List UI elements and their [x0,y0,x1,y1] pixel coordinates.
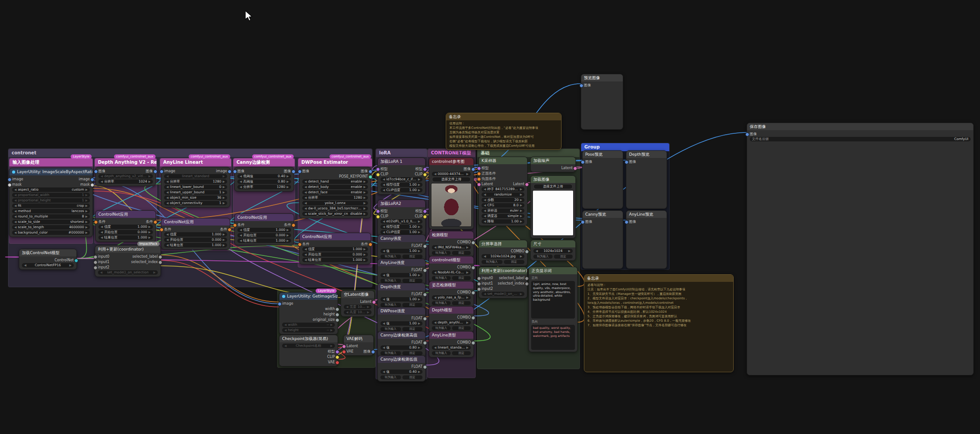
widget-row[interactable]: ◀scale_to_sideshortest▶ [12,220,90,224]
output-slot-dot[interactable] [153,220,157,224]
subgroup-input-image-title[interactable]: 输入图像处理 [9,158,93,166]
combo-widget[interactable]: ◀randomize▶ [482,192,524,197]
output-slot-dot[interactable] [158,255,162,259]
load-noise-node-title[interactable]: 加载噪声 [531,157,575,164]
cn-apply-anyline[interactable]: ControlNet应用条件条件◀强度1.000▶◀开始位置0.000▶◀结束位… [161,218,230,250]
widget-row[interactable]: ◀宽度1024▶ [344,305,372,309]
widget-row[interactable]: ◀低阈值0.40▶ [237,174,291,179]
widget-row[interactable]: ◀结束位置1.000▶ [98,235,153,240]
resolution-select-node[interactable]: 分辨率选择COMBO◀1024x1024.jpg▶转为输入固定 [478,240,528,266]
depth-strength-node-title[interactable]: Depth强度 [378,283,425,290]
memo-note-bottom-title[interactable]: 备忘录 [584,275,733,282]
convert-to-input-button[interactable]: 转为输入 [482,260,503,264]
widget-row[interactable]: ◀round_to_multiple8▶ [12,214,90,219]
combo-widget[interactable]: ◀ControlNetFP16▶ [22,263,74,268]
convert-to-input-button[interactable]: 转为输入 [380,375,401,379]
fixed-toggle[interactable]: 固定 [504,260,525,264]
widget-row[interactable]: ◀模型强度1.00▶ [380,225,422,229]
widget-row[interactable]: ◀分辨率1024▶ [98,179,153,184]
convert-to-input-button[interactable]: 转为输入 [380,255,401,259]
widget-row[interactable]: ◀background_color#000000▶ [12,230,90,235]
convert-to-input-button[interactable]: 转为输入 [432,276,451,280]
input-slot-dot[interactable] [477,172,481,176]
fixed-toggle[interactable]: 固定 [402,255,423,259]
upload-button[interactable]: 选择文件上传 [533,184,573,189]
output-slot-dot[interactable] [335,361,339,365]
anyline-type-node[interactable]: AnyLine类型COMBO◀lineart_standard▶转为输入固定 [429,331,474,357]
anyline-node[interactable]: imageimage◀lineart_standard▶◀分辨率1280▶◀li… [161,167,230,208]
input-slot-dot[interactable] [298,243,302,247]
output-slot-dot[interactable] [90,178,94,182]
depth-preview-node-title[interactable]: Depth预览 [626,151,667,158]
output-slot-dot[interactable] [423,293,427,297]
save-image-node[interactable]: 保存图像图像文件名前缀ComfyUI [747,123,974,375]
input-slot-dot[interactable] [233,223,237,227]
fixed-toggle[interactable]: 固定 [554,255,573,259]
combo-widget[interactable]: ◀IMd_NSFW4katliko...▶ [432,245,471,250]
widget-row[interactable]: ◀强度1.000▶ [164,232,227,237]
canny-node[interactable]: 图像图像◀低阈值0.40▶◀高阈值0.80▶◀分辨率1280▶ [234,167,294,191]
checkpoint-loader-node[interactable]: Checkpoint加载器(简易)◀Checkpoint名称▶模型CLIPVAE [279,335,338,366]
widget-row[interactable]: ◀object_min_size36▶ [164,196,227,200]
combo-widget[interactable]: ◀depth_anything_v2_vitl.pth▶ [98,174,153,179]
input-slot-dot[interactable] [581,160,585,164]
preview-image-node[interactable]: 预览图像图像 [581,74,623,130]
output-slot-dot[interactable] [525,250,529,254]
output-slot-dot[interactable] [471,291,475,295]
output-slot-dot[interactable] [335,350,339,354]
convert-to-input-button[interactable]: 转为输入 [380,303,401,307]
canny-preview-node[interactable]: Canny预览图像 [582,210,623,269]
widget-row[interactable]: ◀分辨率1280▶ [237,185,291,189]
anyline-type-node-title[interactable]: AnyLine类型 [429,332,473,339]
widget-row[interactable]: ◀proportional_width1▶ [12,193,90,197]
save-image-node-title[interactable]: 保存图像 [747,123,973,130]
preview-image-node-title[interactable]: 预览图像 [581,74,623,81]
widget-row[interactable]: ◀调度器simple▶ [482,214,524,218]
depth-anything-node[interactable]: 图像图像◀depth_anything_v2_vitl.pth▶◀分辨率1024… [95,167,156,186]
memo-note-top[interactable]: 备忘录使用说明：本工作流用于多ControlNet控制出图，“必看”处为重要说明… [446,113,562,150]
widget-row[interactable]: ◀scale_stick_for_xinsr_cndisable▶ [302,212,368,216]
widget-row[interactable]: ◀采样器euler▶ [482,208,524,213]
combo-widget[interactable]: ◀NoobAI-XL-ControlN...▶ [432,270,471,275]
input-slot-dot[interactable] [8,178,12,182]
widget-row[interactable]: ◀aspect_ratiocustom▶ [12,187,90,192]
combo-widget[interactable]: ◀depth_anything_v2_v...▶ [432,320,471,325]
filename-prefix-field[interactable]: 文件名前缀ComfyUI [750,137,971,141]
depth-preview-node[interactable]: Depth预览图像 [626,150,667,209]
cn-apply-anyline-title[interactable]: ControlNet应用 [161,218,230,226]
fixed-toggle[interactable]: 固定 [402,351,423,355]
coordinator-node-1-title[interactable]: 利用+更新(coordinator) [95,246,161,253]
vae-decode-node-title[interactable]: VAE解码 [344,335,373,342]
convert-to-input-button[interactable]: 转为输入 [432,351,451,355]
fixed-toggle[interactable]: 固定 [402,327,423,331]
get-image-size-node-title[interactable]: LayerUtility: GetImageSize [279,293,338,300]
widget-row[interactable]: ◀降噪1.00▶ [482,219,524,224]
ksampler-node[interactable]: K采样器模型正面条件负面条件LatentLatent◀种子84171528913… [478,157,528,226]
convert-to-input-button[interactable]: 转为输入 [432,251,451,255]
memo-note-top-title[interactable]: 备忘录 [446,113,561,120]
output-slot-dot[interactable] [423,167,427,171]
output-slot-dot[interactable] [368,243,372,247]
dwpose-node[interactable]: 图像图像POSE_KEYPOINT◀detect_handenable▶◀det… [299,167,371,218]
widget-row[interactable]: ◀强度1.000▶ [98,225,153,229]
input-slot-dot[interactable] [579,84,583,88]
convert-to-input-button[interactable]: 转为输入 [533,255,553,259]
subgroup-depth-title[interactable]: Depth Anything V2 - Rela.. [95,158,156,166]
output-slot-dot[interactable] [423,173,427,177]
widget-row[interactable]: ◀模型强度1.00▶ [380,183,422,187]
widget-row[interactable]: ◀开始位置0.000▶ [302,252,368,257]
output-slot-dot[interactable] [423,244,427,248]
depth-strength-node[interactable]: Depth强度FLOAT◀值1.00▶转为输入固定 [377,283,426,309]
output-slot-dot[interactable] [372,300,376,304]
combo-widget[interactable]: ◀lineart_standard▶ [432,345,471,350]
input-slot-dot[interactable] [278,302,282,306]
combo-widget[interactable]: ◀set_mode()_on_selection▶ [98,270,158,275]
controlnet-model-node-title[interactable]: controlnet模型 [429,256,473,264]
widget-row[interactable]: ◀height--▶ [282,328,335,332]
widget-row[interactable]: ◀结束位置1.000▶ [164,243,227,247]
coordinator-node-2[interactable]: 利用+更新(coordinator)input0selected_labelin… [478,267,528,298]
widget-row[interactable]: ◀scale_to_length4600000▶ [12,225,90,230]
output-slot-dot[interactable] [525,183,529,187]
output-slot-dot[interactable] [371,350,375,354]
fixed-toggle[interactable]: 固定 [402,303,423,307]
